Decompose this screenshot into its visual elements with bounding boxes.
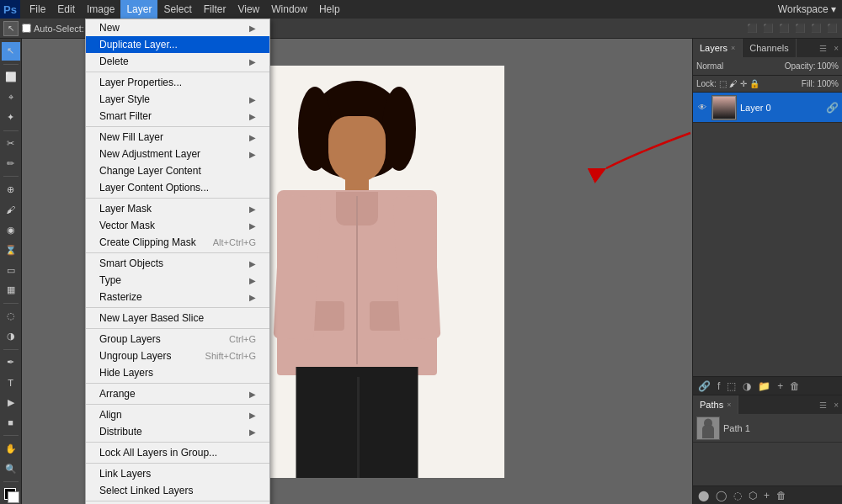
add-style-btn[interactable]: f [716, 380, 722, 392]
layers-panel-menu[interactable]: ☰ [816, 44, 830, 53]
lock-all-icon[interactable]: 🔒 [749, 79, 759, 88]
tab-channels[interactable]: Channels [743, 39, 796, 57]
pen-tool[interactable]: ✒ [2, 353, 20, 372]
align-btn-1[interactable]: ⬛ [745, 24, 759, 33]
layer-list: 👁 Layer 0 🔗 [693, 93, 842, 376]
menu-layer[interactable]: Layer [120, 0, 157, 19]
clone-tool[interactable]: ◉ [2, 220, 20, 239]
close-layers-tab[interactable]: × [731, 44, 735, 52]
lock-label-text: Lock: [696, 79, 717, 88]
dodge-tool[interactable]: ◑ [2, 327, 20, 346]
fill-label-text: Fill: [802, 79, 815, 88]
new-path-btn[interactable]: + [762, 490, 771, 501]
layers-panel: Layers × Channels ☰ × Normal Opacity: 10… [693, 39, 842, 395]
menu-filter[interactable]: Filter [198, 0, 232, 19]
delete-layer-btn[interactable]: 🗑 [788, 380, 802, 392]
layer-item-0[interactable]: 👁 Layer 0 🔗 [693, 93, 842, 123]
add-mask-btn[interactable]: ⬚ [725, 380, 738, 392]
layer-name-text: Layer 0 [740, 103, 823, 113]
move-tool[interactable]: ↖ [2, 42, 20, 61]
show-transform-checkbox[interactable] [140, 24, 149, 33]
canvas-container [210, 66, 504, 478]
delete-path-btn[interactable]: 🗑 [775, 490, 788, 501]
shape-tool[interactable]: ■ [2, 413, 20, 432]
menu-view[interactable]: View [232, 0, 265, 19]
layers-panel-close[interactable]: × [830, 44, 842, 53]
lock-move-icon[interactable]: ✛ [740, 79, 747, 88]
menu-select[interactable]: Select [157, 0, 197, 19]
move-icon: ↖ [3, 21, 19, 36]
fill-value-text: 100% [817, 79, 839, 88]
paths-bottom-toolbar: ⬤ ◯ ◌ ⬡ + 🗑 [693, 485, 842, 504]
paths-panel-close[interactable]: × [830, 401, 842, 410]
main-layout: ↖ ⬜ ⌖ ✦ ✂ ✏ ⊕ 🖌 ◉ ⌛ ▭ ▦ ◌ ◑ ✒ T ▶ ■ ✋ 🔍 [0, 39, 842, 504]
align-btn-4[interactable]: ⬛ [793, 24, 807, 33]
path-figure-icon [700, 418, 717, 438]
alignment-tools: ⬛ ⬛ ⬛ ⬛ ⬛ ⬛ [745, 24, 839, 33]
menu-file[interactable]: File [24, 0, 51, 19]
workspace-selector[interactable]: Workspace ▾ [772, 0, 842, 19]
path-name-text: Path 1 [723, 423, 750, 433]
opacity-value: 100% [817, 61, 839, 71]
eyedropper-tool[interactable]: ✏ [2, 155, 20, 173]
auto-select-dropdown[interactable]: Layer Group [88, 21, 130, 35]
opacity-label: Opacity: [785, 61, 816, 71]
brush-tool[interactable]: 🖌 [2, 200, 20, 219]
paths-tabs: Paths × ☰ × [693, 395, 842, 414]
new-layer-btn[interactable]: + [775, 380, 785, 392]
foreground-color[interactable] [2, 485, 20, 504]
canvas-image [210, 66, 504, 478]
blur-tool[interactable]: ◌ [2, 307, 20, 326]
canvas-area [22, 39, 692, 504]
history-tool[interactable]: ⌛ [2, 241, 20, 259]
right-panel: Layers × Channels ☰ × Normal Opacity: 10… [692, 39, 842, 504]
zoom-tool[interactable]: 🔍 [2, 459, 20, 478]
menu-help[interactable]: Help [313, 0, 346, 19]
lock-transparent-icon[interactable]: ⬚ [719, 79, 727, 88]
left-toolbar: ↖ ⬜ ⌖ ✦ ✂ ✏ ⊕ 🖌 ◉ ⌛ ▭ ▦ ◌ ◑ ✒ T ▶ ■ ✋ 🔍 [0, 39, 22, 504]
auto-select-label: Auto-Select: [22, 24, 84, 34]
eraser-tool[interactable]: ▭ [2, 261, 20, 279]
auto-select-checkbox[interactable] [22, 24, 31, 33]
menu-window[interactable]: Window [265, 0, 313, 19]
layer-visibility-toggle[interactable]: 👁 [696, 102, 708, 114]
path-to-selection-btn[interactable]: ◌ [732, 490, 743, 501]
align-btn-6[interactable]: ⬛ [825, 24, 839, 33]
path-thumbnail [696, 416, 720, 440]
menu-image[interactable]: Image [81, 0, 120, 19]
quick-select-tool[interactable]: ✦ [2, 109, 20, 127]
ps-logo: Ps [0, 0, 20, 19]
close-paths-tab[interactable]: × [727, 401, 731, 409]
path-selection-tool[interactable]: ▶ [2, 394, 20, 412]
path-item-0[interactable]: Path 1 [693, 414, 842, 443]
tab-layers[interactable]: Layers × [693, 39, 743, 57]
paths-panel: Paths × ☰ × Path 1 [693, 395, 842, 504]
stroke-path-btn[interactable]: ◯ [714, 490, 728, 501]
menu-edit[interactable]: Edit [51, 0, 81, 19]
link-layers-btn[interactable]: 🔗 [696, 380, 712, 392]
align-btn-3[interactable]: ⬛ [777, 24, 791, 33]
healing-tool[interactable]: ⊕ [2, 180, 20, 199]
new-adjustment-btn[interactable]: ◑ [741, 380, 753, 392]
layers-lock: Lock: ⬚ 🖌 ✛ 🔒 Fill: 100% [693, 76, 842, 93]
align-btn-5[interactable]: ⬛ [809, 24, 823, 33]
paths-panel-menu[interactable]: ☰ [816, 401, 830, 410]
hand-tool[interactable]: ✋ [2, 439, 20, 458]
text-tool[interactable]: T [2, 374, 20, 392]
layers-bottom-toolbar: 🔗 f ⬚ ◑ 📁 + 🗑 [693, 376, 842, 395]
gradient-tool[interactable]: ▦ [2, 281, 20, 300]
crop-tool[interactable]: ✂ [2, 135, 20, 153]
lock-image-icon[interactable]: 🖌 [729, 79, 738, 88]
lasso-tool[interactable]: ⌖ [2, 88, 20, 107]
selection-to-path-btn[interactable]: ⬡ [747, 490, 759, 501]
align-btn-2[interactable]: ⬛ [761, 24, 775, 33]
fill-path-btn[interactable]: ⬤ [696, 490, 711, 501]
show-transform-label: Show Transform Controls [140, 24, 256, 34]
tab-paths[interactable]: Paths × [693, 395, 738, 414]
new-group-btn[interactable]: 📁 [756, 380, 772, 392]
layers-options: Normal Opacity: 100% [693, 57, 842, 76]
options-bar: ↖ Auto-Select: Layer Group Show Transfor… [0, 19, 842, 39]
layers-tabs: Layers × Channels ☰ × [693, 39, 842, 57]
layer-thumbnail [711, 95, 737, 120]
marquee-tool[interactable]: ⬜ [2, 68, 20, 87]
